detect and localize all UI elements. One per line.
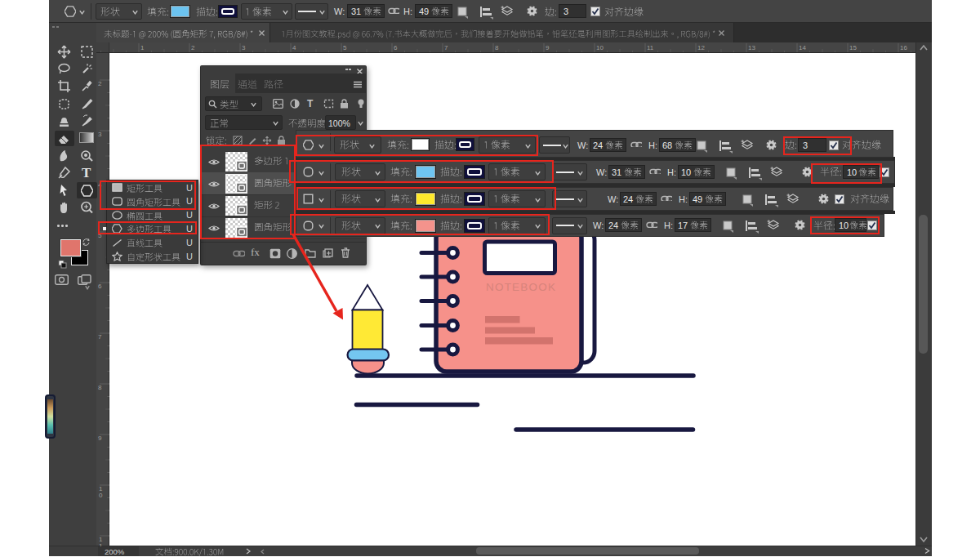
svg-text:NOTEBOOK: NOTEBOOK [486, 281, 556, 293]
